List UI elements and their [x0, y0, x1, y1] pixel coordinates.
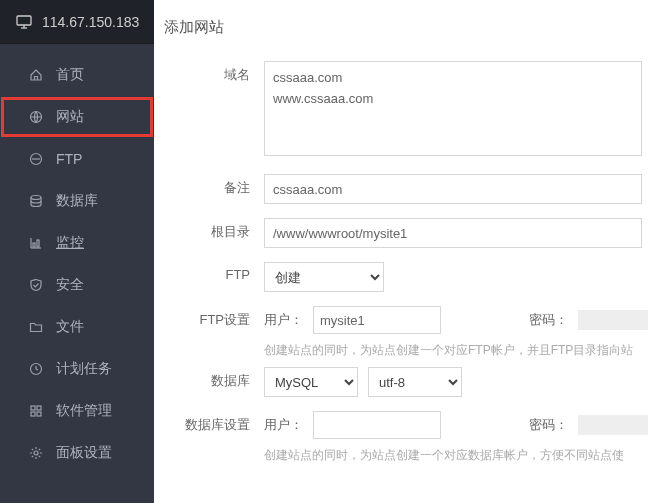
- folder-icon: [28, 320, 44, 334]
- nav-label: 首页: [56, 66, 84, 84]
- nav-label: 计划任务: [56, 360, 112, 378]
- svg-point-16: [34, 451, 38, 455]
- label-pwd-db: 密码：: [529, 416, 568, 434]
- label-remark: 备注: [154, 174, 250, 197]
- ip-text: 114.67.150.183: [42, 14, 139, 30]
- domain-textarea[interactable]: cssaaa.com www.cssaaa.com: [264, 61, 642, 156]
- db-pwd-value: [578, 415, 648, 435]
- svg-rect-0: [17, 16, 31, 25]
- ftp-select[interactable]: 创建: [264, 262, 384, 292]
- label-ftpset: FTP设置: [154, 306, 250, 329]
- nav-panel[interactable]: 面板设置: [0, 432, 154, 474]
- db-engine-select[interactable]: MySQL: [264, 367, 358, 397]
- label-domain: 域名: [154, 61, 250, 84]
- nav-site[interactable]: 网站: [0, 96, 154, 138]
- root-input[interactable]: [264, 218, 642, 248]
- nav-label: 文件: [56, 318, 84, 336]
- db-hint: 创建站点的同时，为站点创建一个对应数据库帐户，方便不同站点使: [264, 447, 648, 464]
- nav-label: 数据库: [56, 192, 98, 210]
- nav-home[interactable]: 首页: [0, 54, 154, 96]
- ftp-pwd-value: [578, 310, 648, 330]
- clock-icon: [28, 362, 44, 376]
- svg-rect-10: [37, 240, 39, 247]
- globe-icon: [28, 110, 44, 124]
- ip-bar: 114.67.150.183: [0, 0, 154, 44]
- nav-label: 网站: [56, 108, 84, 126]
- nav-soft[interactable]: 软件管理: [0, 390, 154, 432]
- database-icon: [28, 194, 44, 208]
- nav-label: FTP: [56, 151, 82, 167]
- svg-rect-13: [37, 406, 41, 410]
- nav-label: 软件管理: [56, 402, 112, 420]
- home-icon: [28, 68, 44, 82]
- page-title: 添加网站: [154, 18, 648, 37]
- nav-label: 监控: [56, 234, 84, 252]
- remark-input[interactable]: [264, 174, 642, 204]
- svg-rect-9: [33, 243, 35, 247]
- nav-db[interactable]: 数据库: [0, 180, 154, 222]
- grid-icon: [28, 404, 44, 418]
- ftp-hint: 创建站点的同时，为站点创建一个对应FTP帐户，并且FTP目录指向站: [264, 342, 648, 359]
- ftp-user-input[interactable]: [313, 306, 441, 334]
- chart-icon: [28, 236, 44, 250]
- label-db: 数据库: [154, 367, 250, 390]
- svg-rect-14: [31, 412, 35, 416]
- nav-monitor[interactable]: 监控: [0, 222, 154, 264]
- label-root: 根目录: [154, 218, 250, 241]
- monitor-icon: [16, 15, 32, 29]
- gear-icon: [28, 446, 44, 460]
- nav-label: 面板设置: [56, 444, 112, 462]
- nav-security[interactable]: 安全: [0, 264, 154, 306]
- db-user-input[interactable]: [313, 411, 441, 439]
- db-charset-select[interactable]: utf-8: [368, 367, 462, 397]
- nav-files[interactable]: 文件: [0, 306, 154, 348]
- label-dbset: 数据库设置: [154, 411, 250, 434]
- svg-rect-12: [31, 406, 35, 410]
- label-user-db: 用户：: [264, 416, 303, 434]
- svg-rect-15: [37, 412, 41, 416]
- ftp-icon: [28, 152, 44, 166]
- nav-ftp[interactable]: FTP: [0, 138, 154, 180]
- nav-cron[interactable]: 计划任务: [0, 348, 154, 390]
- label-user: 用户：: [264, 311, 303, 329]
- svg-point-6: [31, 196, 41, 200]
- sidebar-nav: 首页 网站 FTP 数据库 监控 安全 文件 计划任务: [0, 44, 154, 474]
- nav-label: 安全: [56, 276, 84, 294]
- shield-icon: [28, 278, 44, 292]
- label-pwd: 密码：: [529, 311, 568, 329]
- label-ftp: FTP: [154, 262, 250, 282]
